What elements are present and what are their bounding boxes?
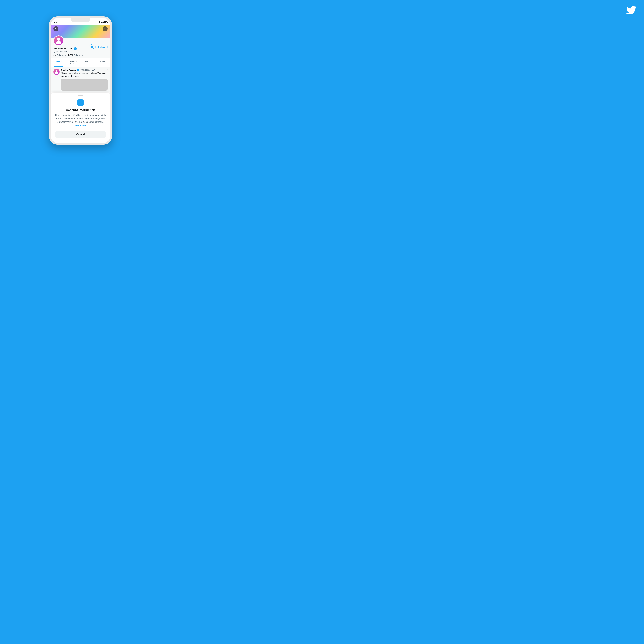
status-icons	[97, 21, 107, 23]
message-button[interactable]	[89, 44, 94, 49]
battery-icon	[103, 21, 107, 23]
tweet-chevron-icon[interactable]: ▾	[107, 69, 108, 71]
back-button[interactable]	[53, 26, 58, 31]
follow-button[interactable]: Follow	[95, 45, 108, 49]
svg-point-3	[57, 38, 60, 41]
cancel-button[interactable]: Cancel	[55, 131, 106, 138]
tweet-content: Notable Account @notablea... • 23h ▾ Tha…	[61, 69, 108, 91]
tweet-image	[61, 79, 108, 91]
tweet-header: Notable Account @notablea... • 23h ▾	[61, 69, 108, 71]
tweet-verified-badge	[77, 69, 79, 71]
profile-handle: @notableaccount	[53, 50, 108, 53]
profile-info: Follow Notable Account @notableaccount	[51, 38, 110, 58]
profile-name: Notable Account	[53, 47, 73, 50]
signal-bars-icon	[97, 21, 100, 23]
svg-point-5	[56, 70, 57, 72]
sheet-title: Account information	[55, 108, 106, 112]
tab-media[interactable]: Media	[81, 58, 95, 67]
phone-shell: 9:15	[49, 16, 112, 145]
tweet-author-handle: @notablea...	[80, 69, 90, 71]
tab-tweets-replies[interactable]: Tweets & replies	[66, 58, 81, 67]
learn-more-link[interactable]: Learn more	[75, 124, 87, 127]
profile-actions: Follow	[89, 44, 108, 50]
tab-tweets[interactable]: Tweets	[51, 58, 66, 67]
tab-likes[interactable]: Likes	[95, 58, 110, 67]
tweet-item: Notable Account @notablea... • 23h ▾ Tha…	[51, 67, 110, 92]
svg-point-4	[56, 41, 61, 44]
more-options-button[interactable]	[103, 26, 108, 31]
following-stat: 99 Following	[53, 54, 66, 56]
profile-stats: 99 Following 7.5M Followers	[53, 54, 108, 56]
phone-screen: 9:15	[51, 18, 110, 143]
svg-point-1	[105, 28, 105, 29]
tweet-text: Thank you to all of my supportive fans. …	[61, 72, 108, 78]
phone-mockup: 9:15	[49, 16, 112, 145]
tweet-avatar	[53, 69, 60, 75]
followers-stat: 7.5M Followers	[68, 54, 83, 56]
avatar	[53, 35, 64, 46]
sheet-handle	[78, 95, 83, 96]
bottom-sheet: Account information This account is veri…	[51, 93, 110, 143]
status-time: 9:15	[54, 21, 58, 24]
sheet-description: This account is verified because it has …	[55, 114, 106, 127]
svg-point-2	[106, 28, 106, 29]
verified-badge[interactable]	[74, 47, 77, 50]
notch	[71, 18, 90, 22]
tweet-author-name: Notable Account	[61, 69, 76, 71]
tweet-time: 23h	[92, 69, 95, 71]
header-nav	[51, 25, 110, 33]
verified-sheet-icon	[77, 99, 84, 106]
wifi-icon	[100, 21, 103, 23]
tweet-dot: •	[91, 69, 91, 71]
svg-point-0	[104, 28, 104, 29]
svg-point-6	[55, 72, 58, 74]
tabs-bar: Tweets Tweets & replies Media Likes	[51, 58, 110, 67]
